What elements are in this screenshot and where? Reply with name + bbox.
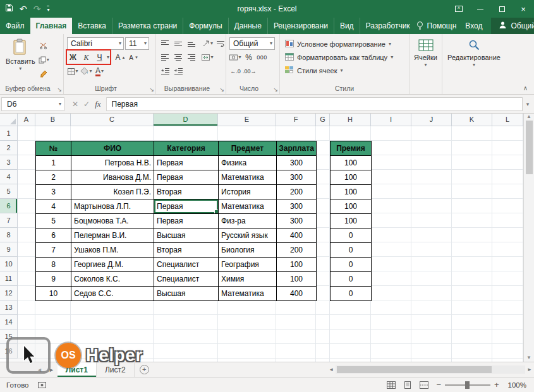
- decrease-decimal-button[interactable]: .00→: [243, 66, 257, 78]
- cell-subject[interactable]: Математика: [219, 199, 277, 214]
- cell-category[interactable]: Первая: [154, 156, 219, 170]
- cell-category[interactable]: Вторая: [154, 243, 219, 258]
- sheet-tab-sheet1[interactable]: Лист1: [58, 362, 97, 377]
- row-header[interactable]: 8: [0, 228, 18, 242]
- cell-subject[interactable]: История: [219, 185, 277, 199]
- name-box-dropdown-icon[interactable]: ▾: [59, 102, 61, 107]
- cell-salary[interactable]: 300: [277, 214, 317, 229]
- decrease-indent-icon[interactable]: [159, 66, 171, 78]
- column-header[interactable]: E: [218, 114, 276, 126]
- ribbon-tab[interactable]: Данные: [228, 18, 267, 34]
- undo-button[interactable]: ↶: [20, 4, 27, 14]
- cell-salary[interactable]: 100: [277, 272, 317, 287]
- cell-num[interactable]: 7: [36, 243, 71, 258]
- increase-font-size-button[interactable]: А▲: [114, 52, 126, 64]
- horizontal-scroll-thumb[interactable]: [337, 366, 492, 373]
- sheet-tab-sheet2[interactable]: Лист2: [97, 362, 135, 377]
- fill-color-button[interactable]: ▾: [80, 66, 92, 78]
- cell-fio[interactable]: Петрова Н.В.: [71, 156, 154, 170]
- cell-category[interactable]: Высшая: [154, 287, 219, 301]
- cell-subject[interactable]: Математика: [219, 287, 277, 301]
- horizontal-scrollbar[interactable]: ◄ ►: [329, 362, 534, 377]
- cell-salary[interactable]: 400: [277, 287, 317, 301]
- ribbon-tab[interactable]: Разработчик: [360, 18, 416, 34]
- cell-fio[interactable]: Пелерман В.И.: [71, 229, 154, 243]
- conditional-formatting-button[interactable]: Условное форматирование▾: [280, 37, 409, 50]
- sheet-nav-right-icon[interactable]: ►: [46, 362, 58, 377]
- font-size-select[interactable]: 11▾: [125, 37, 149, 50]
- cell-subject[interactable]: Химия: [219, 272, 277, 287]
- cell-salary[interactable]: 400: [277, 229, 317, 243]
- align-middle-icon[interactable]: [173, 38, 185, 50]
- cancel-icon[interactable]: ✕: [72, 100, 78, 109]
- row-header[interactable]: 11: [0, 271, 18, 286]
- cell-num[interactable]: 6: [36, 229, 71, 243]
- add-sheet-button[interactable]: +: [140, 365, 149, 374]
- expand-formula-bar-icon[interactable]: ▾: [523, 101, 533, 107]
- cell-category[interactable]: Вторая: [154, 185, 219, 199]
- header-cell-subject[interactable]: Предмет: [219, 141, 277, 156]
- ribbon-tab[interactable]: Файл: [0, 18, 30, 34]
- editing-button[interactable]: Редактирование ▾: [442, 34, 506, 68]
- cell-salary[interactable]: 100: [277, 258, 317, 272]
- collapse-ribbon-button[interactable]: ∧: [523, 85, 528, 92]
- ribbon-display-options-button[interactable]: ˄: [448, 0, 470, 18]
- row-header[interactable]: 5: [0, 184, 18, 199]
- cell-subject[interactable]: Физика: [219, 156, 277, 170]
- column-header[interactable]: J: [411, 114, 452, 126]
- cell-subject[interactable]: Биология: [219, 243, 277, 258]
- ribbon-tab[interactable]: Главная: [30, 18, 73, 34]
- maximize-button[interactable]: [491, 0, 513, 18]
- cell-num[interactable]: 9: [36, 272, 71, 287]
- enter-icon[interactable]: ✓: [83, 100, 90, 109]
- ribbon-tab[interactable]: Разметка страни: [112, 18, 183, 34]
- row-header[interactable]: 15: [0, 330, 18, 344]
- page-break-view-button[interactable]: [416, 381, 432, 389]
- cells-button[interactable]: Ячейки ▾: [410, 34, 442, 68]
- row-header[interactable]: 3: [0, 155, 18, 170]
- cell-fio[interactable]: Георгиев Д.М.: [71, 258, 154, 272]
- align-center-icon[interactable]: [173, 52, 185, 64]
- cell-category[interactable]: Высшая: [154, 229, 219, 243]
- sheet-nav-left-icon[interactable]: ◄: [0, 362, 46, 377]
- minimize-button[interactable]: [470, 0, 491, 18]
- row-header[interactable]: 4: [0, 170, 18, 184]
- cell-premium[interactable]: 0: [331, 272, 372, 287]
- column-header[interactable]: G: [316, 114, 330, 126]
- scroll-left-icon[interactable]: ◄: [329, 367, 334, 372]
- cell-category[interactable]: Первая: [154, 214, 219, 229]
- close-button[interactable]: ×: [513, 0, 534, 18]
- cell-category[interactable]: Первая: [154, 170, 219, 185]
- row-header[interactable]: 13: [0, 300, 18, 315]
- row-header[interactable]: 9: [0, 242, 18, 257]
- share-button[interactable]: Общий доступ: [491, 18, 534, 34]
- cell-num[interactable]: 10: [36, 287, 71, 301]
- cell-fio[interactable]: Мартынова Л.П.: [71, 199, 154, 214]
- cell-fio[interactable]: Иванова Д.М.: [71, 170, 154, 185]
- cell-premium[interactable]: 0: [331, 258, 372, 272]
- column-header[interactable]: I: [371, 114, 411, 126]
- ribbon-tab[interactable]: Вид: [334, 18, 360, 34]
- select-all-button[interactable]: [0, 114, 18, 126]
- decrease-font-size-button[interactable]: А▼: [128, 52, 140, 64]
- redo-button[interactable]: ↷: [33, 4, 41, 14]
- zoom-slider-thumb[interactable]: [465, 381, 470, 389]
- cell-salary[interactable]: 300: [277, 170, 317, 185]
- column-header[interactable]: L: [492, 114, 523, 126]
- sign-in-button[interactable]: Вход: [465, 21, 482, 30]
- cell-subject[interactable]: Математика: [219, 170, 277, 185]
- cell-subject[interactable]: География: [219, 258, 277, 272]
- zoom-in-button[interactable]: +: [490, 380, 503, 389]
- tell-me-box[interactable]: Помощн: [416, 21, 457, 32]
- header-cell-fio[interactable]: ФИО: [71, 141, 154, 156]
- cell-category[interactable]: Первая: [154, 199, 219, 214]
- ribbon-tab[interactable]: Формулы: [183, 18, 228, 34]
- column-header[interactable]: H: [330, 114, 371, 126]
- underline-dropdown-icon[interactable]: ▾: [107, 55, 109, 60]
- cell-num[interactable]: 1: [36, 156, 71, 170]
- cell-premium[interactable]: 0: [331, 229, 372, 243]
- cell-subject[interactable]: Физ-ра: [219, 214, 277, 229]
- column-header[interactable]: F: [276, 114, 316, 126]
- row-header[interactable]: 6: [0, 199, 18, 213]
- cell-fio[interactable]: Боцмонова Т.А.: [71, 214, 154, 229]
